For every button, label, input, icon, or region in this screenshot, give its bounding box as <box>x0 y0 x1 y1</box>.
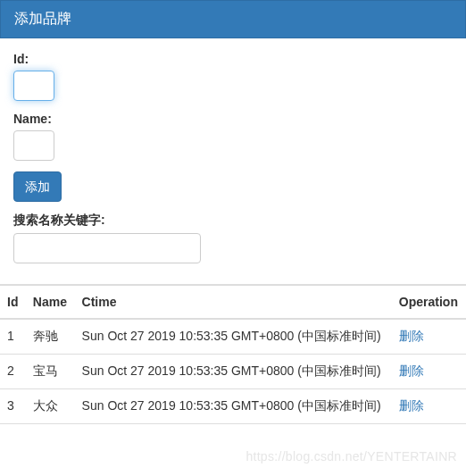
cell-name: 宝马 <box>26 355 75 389</box>
cell-id: 1 <box>0 319 26 355</box>
search-label: 搜索名称关键字: <box>13 213 453 229</box>
delete-link[interactable]: 删除 <box>399 363 424 378</box>
cell-ctime: Sun Oct 27 2019 10:53:35 GMT+0800 (中国标准时… <box>75 355 392 389</box>
delete-link[interactable]: 删除 <box>399 398 424 413</box>
add-group: 添加 <box>13 171 453 202</box>
panel-body: Id: Name: 添加 搜索名称关键字: <box>0 38 466 277</box>
search-input[interactable] <box>13 233 201 263</box>
col-id: Id <box>0 285 26 319</box>
id-label: Id: <box>13 52 453 66</box>
cell-name: 大众 <box>26 389 75 424</box>
table-row: 1 奔驰 Sun Oct 27 2019 10:53:35 GMT+0800 (… <box>0 319 466 355</box>
brand-table: Id Name Ctime Operation 1 奔驰 Sun Oct 27 … <box>0 284 466 424</box>
cell-id: 3 <box>0 389 26 424</box>
id-group: Id: <box>13 52 453 101</box>
table-head: Id Name Ctime Operation <box>0 285 466 319</box>
col-operation: Operation <box>392 285 466 319</box>
delete-link[interactable]: 删除 <box>399 329 424 343</box>
id-input[interactable] <box>13 71 54 101</box>
table-body: 1 奔驰 Sun Oct 27 2019 10:53:35 GMT+0800 (… <box>0 319 466 424</box>
name-input[interactable] <box>13 130 54 161</box>
search-group: 搜索名称关键字: <box>13 213 453 263</box>
panel-heading: 添加品牌 <box>0 0 466 38</box>
cell-id: 2 <box>0 355 26 389</box>
table-row: 3 大众 Sun Oct 27 2019 10:53:35 GMT+0800 (… <box>0 389 466 424</box>
cell-ctime: Sun Oct 27 2019 10:53:35 GMT+0800 (中国标准时… <box>75 319 392 355</box>
name-group: Name: <box>13 112 453 161</box>
cell-ctime: Sun Oct 27 2019 10:53:35 GMT+0800 (中国标准时… <box>75 389 392 424</box>
table-row: 2 宝马 Sun Oct 27 2019 10:53:35 GMT+0800 (… <box>0 355 466 389</box>
add-button[interactable]: 添加 <box>13 171 62 202</box>
col-ctime: Ctime <box>75 285 392 319</box>
col-name: Name <box>26 285 75 319</box>
cell-name: 奔驰 <box>26 319 75 355</box>
panel-title: 添加品牌 <box>14 11 71 26</box>
name-label: Name: <box>13 112 453 126</box>
